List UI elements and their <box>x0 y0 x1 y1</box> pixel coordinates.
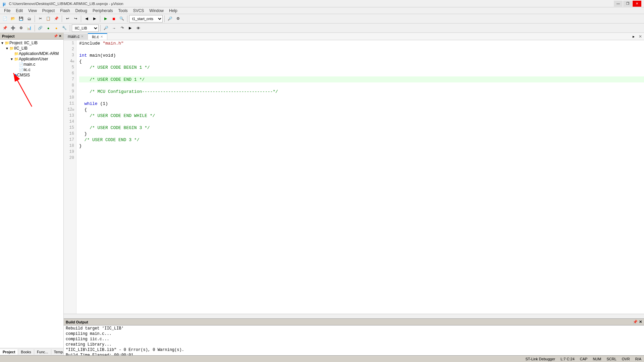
sidebar-tab-func[interactable]: Func... <box>34 349 51 355</box>
code-line-15[interactable]: /* USER CODE BEGIN 3 */ <box>79 125 644 131</box>
line-num-17: 17 <box>64 137 76 143</box>
tree-toggle[interactable]: ▼ <box>0 41 5 45</box>
menu-item-view[interactable]: View <box>25 8 40 14</box>
close-button[interactable]: ✕ <box>633 1 641 7</box>
tree-toggle[interactable]: ▼ <box>9 57 14 61</box>
menu-item-help[interactable]: Help <box>166 8 180 14</box>
code-lines[interactable]: #include "main.h"int main(void){ /* USER… <box>76 40 644 314</box>
menu-item-file[interactable]: File <box>1 8 13 14</box>
code-line-1[interactable]: #include "main.h" <box>79 40 644 46</box>
tree-item-iic_lib[interactable]: ▼📁IIC_LIB <box>0 46 63 51</box>
menu-item-svcs[interactable]: SVCS <box>130 8 147 14</box>
menu-item-edit[interactable]: Edit <box>13 8 25 14</box>
editor-tab-iic_c[interactable]: iic.c✕ <box>88 33 107 40</box>
build-line: creating Library... <box>66 342 642 348</box>
menu-item-tools[interactable]: Tools <box>116 8 130 14</box>
tree-item-cmsis[interactable]: ◆CMSIS <box>0 72 63 78</box>
tb2-btn1[interactable]: 📌 <box>1 24 9 32</box>
code-line-18[interactable]: } <box>79 143 644 149</box>
sidebar-pin-icon[interactable]: 📌 <box>54 34 58 38</box>
tree-item-app_mdk[interactable]: 📁Application/MDK-ARM <box>0 51 63 56</box>
code-line-19[interactable] <box>79 149 644 155</box>
tab-scroll-arrow[interactable]: ▸ <box>631 34 637 39</box>
menu-item-flash[interactable]: Flash <box>57 8 72 14</box>
target-dropdown[interactable]: t1_start_cnts <box>129 15 163 22</box>
tree-item-root[interactable]: ▼📁Project: IIC_LIB <box>0 40 63 46</box>
tb2-btn8[interactable]: 🔧 <box>61 24 68 32</box>
code-line-20[interactable] <box>79 155 644 161</box>
code-line-10[interactable] <box>79 95 644 101</box>
tb2-btn6[interactable]: ● <box>45 24 52 32</box>
copy-button[interactable]: 📋 <box>45 15 52 22</box>
editor-tab-close[interactable]: ✕ <box>100 35 103 39</box>
sidebar-header-icons[interactable]: 📌 ✕ <box>54 34 61 38</box>
tb2-run[interactable]: ▶ <box>126 24 134 32</box>
redo-button[interactable]: ↪ <box>72 15 79 22</box>
code-line-17[interactable]: /* USER CODE END 3 */ <box>79 137 644 143</box>
tb2-btn3[interactable]: ⚙ <box>17 24 25 32</box>
window-controls[interactable]: — ❐ ✕ <box>614 1 641 7</box>
save-button[interactable]: 💾 <box>17 15 25 22</box>
tb2-watch[interactable]: 👁 <box>135 24 142 32</box>
open-file-button[interactable]: 📂 <box>9 15 17 22</box>
code-line-7[interactable]: /* USER CODE END 1 */ <box>79 76 644 82</box>
collapse-icon[interactable]: ⊟ <box>72 60 74 63</box>
build-close-icon[interactable]: ✕ <box>639 320 642 324</box>
line-num-3: 3 <box>64 52 76 58</box>
menu-item-debug[interactable]: Debug <box>73 8 90 14</box>
editor-tab-main_c[interactable]: main.c✕ <box>64 34 88 40</box>
tb2-btn4[interactable]: 📊 <box>25 24 33 32</box>
new-file-button[interactable]: 📄 <box>1 15 9 22</box>
code-line-13[interactable]: /* USER CODE END WHILE */ <box>79 113 644 119</box>
tb2-btn7[interactable]: ● <box>53 24 60 32</box>
code-line-2[interactable] <box>79 46 644 52</box>
zoom-button[interactable]: 🔎 <box>166 15 174 22</box>
tb2-search[interactable]: 🔎 <box>102 24 110 32</box>
debug-button[interactable]: 🔍 <box>118 15 125 22</box>
tree-item-main_c[interactable]: 📄main.c <box>0 62 63 67</box>
tb2-btn2[interactable]: ➕ <box>9 24 17 32</box>
tree-toggle[interactable]: ▼ <box>5 47 9 50</box>
build-header-controls[interactable]: 📌 ✕ <box>633 320 642 324</box>
code-line-3[interactable]: int main(void) <box>79 52 644 58</box>
settings-button[interactable]: ⚙ <box>174 15 182 22</box>
code-line-6[interactable] <box>79 70 644 76</box>
menu-item-peripherals[interactable]: Peripherals <box>90 8 116 14</box>
tb2-btn5[interactable]: 🔗 <box>37 24 44 32</box>
minimize-button[interactable]: — <box>614 1 623 7</box>
undo-button[interactable]: ↩ <box>64 15 71 22</box>
build-pin-icon[interactable]: 📌 <box>633 320 638 324</box>
build-button[interactable]: ▶ <box>102 15 109 22</box>
sidebar-tab-books[interactable]: Books <box>18 349 34 355</box>
tree-item-iic_c[interactable]: 📄iic.c <box>0 67 63 72</box>
tb2-step[interactable]: → <box>110 24 118 32</box>
sidebar-tab-project[interactable]: Project <box>0 349 18 355</box>
tb2-stepover[interactable]: ↷ <box>118 24 126 32</box>
menu-item-project[interactable]: Project <box>40 8 57 14</box>
forward-button[interactable]: ▶ <box>91 15 98 22</box>
cut-button[interactable]: ✂ <box>37 15 44 22</box>
code-line-14[interactable] <box>79 119 644 125</box>
sidebar-close-icon[interactable]: ✕ <box>59 34 61 38</box>
tree-item-app_user[interactable]: ▼📁Application/User <box>0 56 63 62</box>
paste-button[interactable]: 📌 <box>53 15 60 22</box>
collapse-icon[interactable]: ⊟ <box>72 108 74 112</box>
editor-hscroll[interactable] <box>64 314 644 318</box>
code-editor[interactable]: 1234⊟56789101112⊟1314151617181920 #inclu… <box>64 40 644 314</box>
code-line-5[interactable]: /* USER CODE BEGIN 1 */ <box>79 64 644 70</box>
save-all-button[interactable]: 🗂 <box>25 15 33 22</box>
project-dropdown[interactable]: IIC_LIB <box>72 24 99 32</box>
code-line-9[interactable]: /* MCU Configuration--------------------… <box>79 88 644 95</box>
maximize-button[interactable]: ❐ <box>623 1 632 7</box>
back-button[interactable]: ◀ <box>83 15 90 22</box>
tree-label: iic.c <box>23 67 31 72</box>
code-line-11[interactable]: while (1) <box>79 101 644 107</box>
code-line-16[interactable]: } <box>79 131 644 137</box>
code-line-8[interactable] <box>79 82 644 88</box>
menu-item-window[interactable]: Window <box>147 8 166 14</box>
editor-close-button[interactable]: ✕ <box>637 34 644 39</box>
stop-button[interactable]: ⏹ <box>110 15 117 22</box>
editor-tab-close[interactable]: ✕ <box>81 35 84 38</box>
code-line-4[interactable]: { <box>79 58 644 64</box>
code-line-12[interactable]: { <box>79 107 644 113</box>
